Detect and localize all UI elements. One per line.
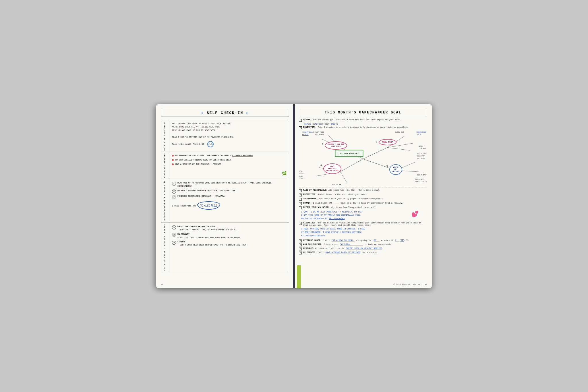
right-page-header: THIS MONTH'S GAMECHANGER GOAL	[299, 109, 427, 116]
lesson-item-2: 2 BE PRESENT — NOTICED THAT I SPEND WAY …	[172, 233, 286, 239]
keystone-text: I will	[321, 239, 331, 242]
bullet-icon-3	[172, 163, 174, 165]
visualize-label: VISUALIZE:	[303, 222, 316, 224]
brainstorm-label: BRAINSTORM:	[303, 126, 318, 128]
svg-line-2	[340, 159, 363, 172]
memorable-item-1: MY HOUSEMATES AND I SPENT THE WEEKEND HA…	[172, 154, 286, 157]
section-label-lessons: HOW I'VE GROWN / BIGGEST LESSONS	[161, 223, 169, 272]
acc-item-3: 3 FINISHED MEMORIZING HIRAGANA + KATAKAN…	[172, 195, 286, 199]
keystone-freq: every day for	[355, 239, 373, 242]
keystone-time: 30	[374, 239, 380, 242]
mm-label-every-sun: EVERY SUN	[395, 131, 404, 134]
acc-num-2: 2	[172, 190, 176, 194]
mindmap-area: EATING HEALTHY REDUCE / CUT OUTJUNK FOOD…	[299, 130, 427, 188]
visualize-checkbox	[299, 222, 302, 225]
lesson-item-1: 1 ENJOY THE LITTLE THINGS IN LIFE — YOU …	[172, 225, 286, 231]
heart-doodle: 💕	[411, 211, 419, 218]
bookmark-ribbon	[297, 265, 301, 288]
mm-label-cheap-meals: CHEAP MEALSON FRI	[302, 131, 314, 136]
mm-label-consider-sub: CONSIDERSUBSTITUTES	[415, 178, 427, 183]
measurable-label: MAKE IT MEASUREABLE:	[303, 189, 328, 191]
book-spine	[293, 104, 295, 288]
left-header-title: SELF CHECK-IN	[207, 111, 243, 115]
celebrate-text: I will	[315, 251, 325, 254]
section-label-text-lessons: HOW I'VE GROWN / BIGGEST LESSONS	[164, 224, 166, 271]
incorporate-text: Add tasks into your daily pages to creat…	[319, 198, 384, 200]
define-text: The one month goal that would have the m…	[313, 119, 401, 121]
mindmap-lines	[299, 130, 427, 188]
define-checkbox	[299, 119, 302, 122]
celebrate-row: I will celebrate by: てんにちは	[172, 200, 286, 210]
acc-num-1: 1	[172, 182, 176, 186]
support-name: CAROLINA	[340, 243, 363, 246]
rating-value: 7.5	[207, 141, 214, 147]
keystone-label: KEYSTONE HABIT:	[303, 239, 321, 242]
notebook: ⇒ SELF CHECK-IN ⇐ WHAT'S ON YOUR MIND? F…	[156, 104, 432, 288]
mm-label-work-lunches: WORKLUNCHES	[419, 145, 426, 150]
section-memorable: MEMORABLE MOMENTS MY HOUSEMATES AND I SP…	[161, 152, 289, 179]
sections-table: WHAT'S ON YOUR MIND? FELT CRUMMY THIS WE…	[161, 120, 289, 273]
incorporate-label: INCORPORATE:	[303, 198, 319, 200]
mm-label-fast-food: FAST FOOD3¢/ MONTH	[315, 131, 324, 136]
right-header-title: THIS MONTH'S GAMECHANGER GOAL	[325, 111, 401, 115]
right-page-number: © 2020 ANGELIA TRINIDAD | 85	[393, 283, 427, 286]
define-why-checkbox	[299, 206, 302, 209]
measurable-checkbox	[299, 189, 302, 192]
define-row: DEFINE: The one month goal that would ha…	[299, 119, 427, 122]
section-lessons: HOW I'VE GROWN / BIGGEST LESSONS 1 ENJOY…	[161, 223, 289, 272]
resource-checkbox	[299, 248, 302, 250]
resource-text: A resource I will use is	[314, 247, 345, 250]
mm-label-ask-less: ASKLESSFORADVICE	[299, 171, 306, 180]
svg-line-12	[340, 172, 347, 183]
section-label-text-mind: WHAT'S ON YOUR MIND?	[164, 121, 166, 150]
define-why-label: DEFINE YOUR WHY BELOW:	[303, 206, 331, 208]
mindmap-number-1: 1	[386, 165, 388, 168]
mindmap-number-4: 4	[320, 164, 322, 167]
lesson-num-3: 3	[172, 241, 176, 245]
support-label: ASK FOR SUPPORT:	[303, 243, 322, 246]
section-label-accomplishments: ACCOMPLISHMENTS I'M PROUD OF	[161, 179, 169, 223]
prioritize-label: PRIORITIZE:	[303, 193, 318, 196]
mindmap-number-2: 2	[376, 140, 377, 143]
measurable-text: Add specifics (Ex. Run → Run 1 mile a da…	[328, 189, 380, 191]
bullet-icon-1	[172, 155, 174, 157]
doodle-plant: 🌿	[282, 170, 287, 177]
memorable-item-3: HAD A BONFIRE W/ THE COUSINS + FRIENDS!	[172, 163, 286, 166]
celebrate-action: HAVE A SUSHI PARTY W/ FRIENDS	[326, 251, 361, 254]
keystone-ampm: AM	[400, 239, 404, 242]
lesson-item-3: 3 LISTEN — DON'T JUST HEAR WHAT PEOPLE S…	[172, 240, 286, 247]
support-text: I have asked	[322, 243, 339, 246]
define-why-text: Why is my GameChanger Goal important?	[331, 206, 376, 208]
support-row: ASK FOR SUPPORT: I have asked CAROLINA t…	[299, 243, 427, 246]
svg-line-8	[387, 147, 410, 150]
mm-label-write-healthy: WRITE OUTHEALTHYOPTIONS	[417, 153, 427, 160]
acc-item-2: 2 HELPED A FRIEND ASSEMBLE MULTIPLE IKEA…	[172, 189, 286, 194]
brainstorm-row: BRAINSTORM: Take 5 minutes to create a m…	[299, 126, 427, 129]
lesson-num-1: 1	[172, 225, 176, 229]
section-content-accomplishments: 1 WENT OUT OF MY COMFORT ZONE AND WENT T…	[169, 179, 289, 223]
incorporate-checkbox	[299, 198, 302, 201]
incorporate-row: INCORPORATE: Add tasks into your daily p…	[299, 198, 427, 201]
define-why-row: DEFINE YOUR WHY BELOW: Why is my GameCha…	[299, 206, 427, 209]
support-end: to hold me accountable.	[363, 243, 392, 246]
mindmap-node-3: COPYHEALTHY-EATING FRENZ	[323, 163, 341, 174]
left-page-header: ⇒ SELF CHECK-IN ⇐	[161, 109, 289, 117]
keystone-clock: 7	[395, 239, 399, 242]
section-label-mind: WHAT'S ON YOUR MIND?	[161, 120, 169, 152]
lesson-num-2: 2	[172, 233, 176, 237]
svg-line-1	[363, 147, 387, 159]
celebrate-end: to celebrate.	[361, 251, 378, 254]
commit-label: COMMIT:	[303, 202, 313, 204]
define-label: DEFINE:	[303, 119, 313, 121]
keystone-checkbox	[299, 240, 302, 242]
arrow-right-icon: ⇐	[246, 111, 249, 115]
section-whats-on-mind: WHAT'S ON YOUR MIND? FELT CRUMMY THIS WE…	[161, 120, 289, 152]
why-written: I WANT TO BE MY BEST PHYSICALLY + MENTAL…	[301, 211, 427, 221]
keystone-pm: /PM.	[404, 239, 409, 242]
prioritize-checkbox	[299, 194, 302, 196]
mindmap-node-2: MEAL PREP	[379, 139, 396, 145]
section-content-lessons: 1 ENJOY THE LITTLE THINGS IN LIFE — YOU …	[169, 223, 289, 272]
left-page: ⇒ SELF CHECK-IN ⇐ WHAT'S ON YOUR MIND? F…	[156, 104, 294, 288]
keystone-row: KEYSTONE HABIT: I will EAT A HEALTHY MEA…	[299, 239, 427, 242]
mm-label-groceries: GROCERIESSATS	[417, 131, 426, 136]
